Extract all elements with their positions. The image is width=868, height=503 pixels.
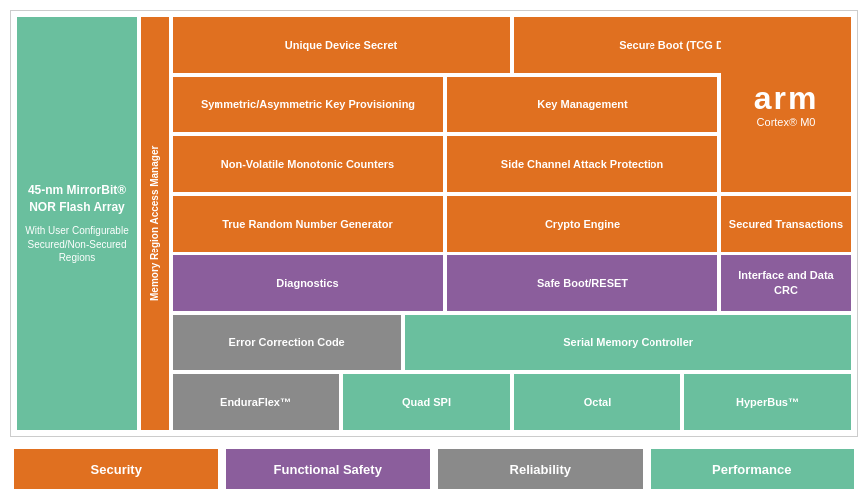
- cell-key-management: Key Management: [447, 77, 717, 133]
- legend-area: Security Functional Safety Reliability P…: [10, 445, 858, 493]
- nor-flash-panel: 45-nm MirrorBit® NOR Flash Array With Us…: [17, 17, 137, 430]
- row-6: Error Correction Code Serial Memory Cont…: [173, 315, 851, 371]
- cell-octal: Octal: [514, 374, 680, 430]
- row-5: Diagnostics Safe Boot/RESET Interface an…: [173, 255, 851, 311]
- cell-hyperbus: HyperBus™: [684, 374, 851, 430]
- arm-logo-cell: arm Cortex® M0: [721, 17, 851, 192]
- row-1: Unique Device Secret Secure Boot (TCG DI…: [173, 17, 851, 73]
- diagram-area: 45-nm MirrorBit® NOR Flash Array With Us…: [10, 10, 858, 437]
- legend-performance: Performance: [651, 449, 855, 489]
- cell-secured-transactions: Secured Transactions: [721, 196, 851, 252]
- cell-crypto-engine: Crypto Engine: [447, 196, 717, 252]
- cell-quad-spi: Quad SPI: [343, 374, 510, 430]
- arm-logo-text: arm: [754, 82, 819, 114]
- cell-true-random: True Random Number Generator: [173, 196, 443, 252]
- nor-flash-title: 45-nm MirrorBit® NOR Flash Array: [25, 182, 129, 216]
- nor-flash-subtitle: With User Configurable Secured/Non-Secur…: [25, 224, 129, 265]
- cell-serial-memory: Serial Memory Controller: [405, 315, 851, 371]
- cell-non-volatile: Non-Volatile Monotonic Counters: [173, 136, 443, 192]
- cell-interface-crc: Interface and Data CRC: [721, 255, 851, 311]
- cell-enduraflex: EnduraFlex™: [173, 374, 339, 430]
- cell-safe-boot: Safe Boot/RESET: [447, 255, 717, 311]
- cell-diagnostics: Diagnostics: [173, 255, 443, 311]
- row-4: True Random Number Generator Crypto Engi…: [173, 196, 851, 252]
- cell-side-channel: Side Channel Attack Protection: [447, 136, 717, 192]
- arm-subtitle: Cortex® M0: [757, 116, 816, 128]
- memory-manager-label: Memory Region Access Manager: [141, 17, 169, 430]
- cell-unique-device-secret: Unique Device Secret: [173, 17, 510, 73]
- grid-area: Unique Device Secret Secure Boot (TCG DI…: [173, 17, 851, 430]
- legend-functional-safety: Functional Safety: [226, 449, 431, 489]
- cell-symmetric: Symmetric/Asymmetric Key Provisioning: [173, 77, 443, 133]
- legend-reliability: Reliability: [438, 449, 643, 489]
- legend-security: Security: [14, 449, 218, 489]
- cell-ecc: Error Correction Code: [173, 315, 401, 371]
- main-container: 45-nm MirrorBit® NOR Flash Array With Us…: [0, 0, 868, 503]
- row-7: EnduraFlex™ Quad SPI Octal HyperBus™: [173, 374, 851, 430]
